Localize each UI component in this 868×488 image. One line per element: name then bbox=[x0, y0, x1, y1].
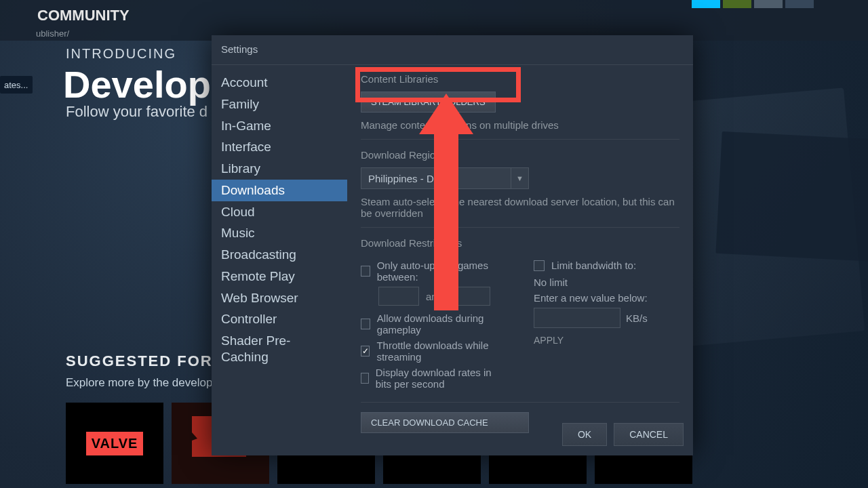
content-libraries-label: Content Libraries bbox=[361, 73, 679, 85]
bandwidth-value-input[interactable] bbox=[534, 308, 620, 328]
valve-logo: VALVE bbox=[86, 432, 144, 455]
and-label: and bbox=[426, 291, 443, 302]
only-auto-update-checkbox[interactable] bbox=[361, 266, 370, 277]
chip-grey1[interactable] bbox=[754, 0, 783, 8]
settings-dialog: Settings Account Family In-Game Interfac… bbox=[212, 35, 693, 455]
chip-grey2[interactable] bbox=[785, 0, 814, 8]
sidebar-item-library[interactable]: Library bbox=[212, 158, 347, 180]
bg-preview-2 bbox=[715, 131, 868, 262]
apply-button[interactable]: APPLY bbox=[534, 335, 679, 346]
sidebar-item-interface[interactable]: Interface bbox=[212, 136, 347, 158]
download-region-label: Download Region bbox=[361, 149, 679, 161]
allow-downloads-gameplay-label: Allow downloads during gameplay bbox=[377, 312, 507, 336]
clear-download-cache-button[interactable]: CLEAR DOWNLOAD CACHE bbox=[361, 412, 529, 433]
ates-pill[interactable]: ates... bbox=[0, 76, 33, 94]
developer-heading: Develope bbox=[63, 62, 232, 106]
auto-update-to-input[interactable] bbox=[450, 287, 490, 306]
sidebar-item-family[interactable]: Family bbox=[212, 94, 347, 115]
limit-bandwidth-checkbox[interactable] bbox=[534, 260, 545, 271]
introducing-label: INTRODUCING bbox=[66, 46, 176, 62]
divider-1 bbox=[361, 139, 679, 140]
settings-sidebar: Account Family In-Game Interface Library… bbox=[212, 65, 347, 439]
sidebar-item-cloud[interactable]: Cloud bbox=[212, 201, 347, 223]
throttle-streaming-checkbox[interactable] bbox=[361, 346, 370, 357]
sidebar-item-controller[interactable]: Controller bbox=[212, 308, 347, 330]
settings-content: Content Libraries STEAM LIBRARY FOLDERS … bbox=[347, 65, 693, 439]
throttle-streaming-label: Throttle downloads while streaming bbox=[376, 340, 507, 363]
card-valve[interactable]: VALVE bbox=[66, 403, 163, 484]
explore-text: Explore more by the developers bbox=[66, 376, 229, 390]
auto-update-from-input[interactable] bbox=[378, 287, 419, 306]
nav-community-label[interactable]: COMMUNITY bbox=[37, 7, 130, 24]
chip-blue[interactable] bbox=[692, 0, 720, 8]
download-region-dropdown[interactable]: Philippines - Davao ▼ bbox=[361, 167, 529, 189]
settings-footer: OK CANCEL bbox=[553, 413, 693, 455]
breadcrumb: ublisher/ bbox=[36, 28, 69, 39]
no-limit-text: No limit bbox=[534, 277, 679, 288]
sidebar-item-ingame[interactable]: In-Game bbox=[212, 115, 347, 137]
only-auto-update-label: Only auto-update games between: bbox=[377, 260, 507, 283]
chip-green[interactable] bbox=[723, 0, 751, 8]
download-restrictions-label: Download Restrictions bbox=[361, 237, 679, 249]
bits-per-second-label: Display download rates in bits per secon… bbox=[376, 367, 507, 390]
steam-library-folders-button[interactable]: STEAM LIBRARY FOLDERS bbox=[361, 92, 496, 113]
settings-title: Settings bbox=[212, 35, 693, 65]
sidebar-item-remoteplay[interactable]: Remote Play bbox=[212, 266, 347, 287]
sidebar-item-account[interactable]: Account bbox=[212, 72, 347, 94]
top-nav-bar: COMMUNITY ublisher/ bbox=[0, 0, 868, 41]
top-right-chips bbox=[692, 0, 814, 8]
manage-locations-text: Manage content locations on multiple dri… bbox=[361, 119, 679, 131]
cancel-button[interactable]: CANCEL bbox=[614, 423, 684, 446]
allow-downloads-gameplay-checkbox[interactable] bbox=[361, 319, 370, 329]
sidebar-item-shaderprecaching[interactable]: Shader Pre-Caching bbox=[212, 330, 347, 368]
download-region-value: Philippines - Davao bbox=[361, 173, 511, 184]
divider-2 bbox=[361, 227, 679, 228]
divider-3 bbox=[361, 402, 679, 403]
kbps-label: KB/s bbox=[626, 312, 648, 324]
sidebar-item-downloads[interactable]: Downloads bbox=[212, 180, 347, 201]
limit-bandwidth-label: Limit bandwidth to: bbox=[551, 260, 636, 271]
chevron-down-icon: ▼ bbox=[511, 168, 528, 188]
sidebar-item-music[interactable]: Music bbox=[212, 222, 347, 244]
sidebar-item-broadcasting[interactable]: Broadcasting bbox=[212, 244, 347, 266]
sidebar-item-webbrowser[interactable]: Web Browser bbox=[212, 287, 347, 309]
region-help-text: Steam auto-selects the nearest download … bbox=[361, 196, 679, 219]
bits-per-second-checkbox[interactable] bbox=[361, 373, 369, 384]
ok-button[interactable]: OK bbox=[562, 423, 607, 446]
enter-new-value-label: Enter a new value below: bbox=[534, 292, 679, 304]
follow-text: Follow your favorite d bbox=[66, 103, 208, 121]
